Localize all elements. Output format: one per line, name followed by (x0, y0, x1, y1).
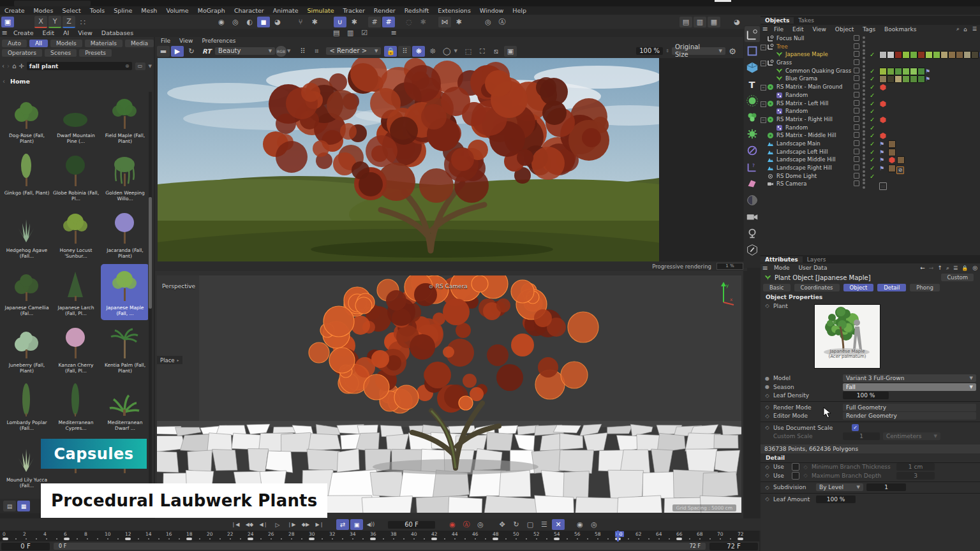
focus-region-icon[interactable]: ⬚ (462, 46, 475, 57)
object-label[interactable]: RS Dome Light (776, 172, 817, 180)
grid-icon[interactable]: # (368, 17, 381, 27)
menu-modes[interactable]: Modes (29, 7, 58, 14)
solo-single-icon[interactable]: ◎ (588, 519, 600, 530)
editor-mode-dropdown[interactable]: Render Geometry (843, 412, 976, 420)
object-label[interactable]: RS Matrix - Right Hill (776, 115, 833, 124)
menu-volume[interactable]: Volume (161, 7, 193, 14)
object-label[interactable]: Random (785, 124, 808, 132)
expander-icon[interactable]: − (761, 45, 766, 50)
asset-tab-models[interactable]: Models (50, 40, 82, 47)
rgb-options-icon[interactable]: ▼ (287, 48, 290, 54)
tiles-icon[interactable]: ⠿ (398, 46, 411, 57)
object-row[interactable]: Japanese Maple✓⚑ (761, 50, 980, 59)
range-start-field[interactable]: 0 F (1, 543, 50, 550)
expander-icon[interactable]: − (761, 61, 766, 66)
rgb-channel-icon[interactable]: RGB (276, 46, 286, 57)
spline-pen-icon[interactable] (745, 142, 760, 158)
material-swatch[interactable] (971, 51, 979, 59)
asset-item[interactable]: Jacaranda (Fall, Plant) (101, 207, 148, 263)
om-menu-file[interactable]: File (769, 26, 788, 33)
polygon-pen-icon[interactable] (745, 175, 760, 191)
layer-square[interactable] (854, 140, 859, 146)
asset-item-selected[interactable]: Japanese Maple (Fall, ... (101, 264, 148, 320)
object-row[interactable]: RS Dome Light✓ (761, 172, 980, 180)
section-tab-basic[interactable]: Basic (763, 284, 791, 291)
browser-menu-edit[interactable]: Edit (38, 29, 59, 36)
record-pla-icon[interactable]: ✕ (552, 519, 565, 530)
layer-square[interactable] (854, 35, 859, 41)
hierarchy-settings-icon[interactable]: ✱ (308, 17, 321, 27)
menu-select[interactable]: Select (57, 7, 85, 14)
object-row[interactable]: Blue Grama✓⚑ (761, 75, 980, 83)
object-label[interactable]: Tree (776, 43, 788, 51)
place-tool-chip[interactable]: Place▸ (157, 356, 182, 364)
menu-tools[interactable]: Tools (85, 7, 109, 14)
menu-window[interactable]: Window (475, 7, 508, 14)
om-menu-view[interactable]: View (808, 26, 831, 33)
am-menu-icon[interactable]: ≡ (761, 263, 769, 274)
tab-objects[interactable]: Objects (761, 17, 794, 24)
object-row[interactable]: Landscape Main✓⚑ (761, 140, 980, 148)
menu-extensions[interactable]: Extensions (433, 7, 475, 14)
asset-item[interactable]: Field Maple (Fall, Plant) (101, 92, 148, 148)
min-branch-use-checkbox[interactable] (792, 463, 799, 471)
camera-tool-icon[interactable] (745, 209, 760, 224)
section-tab-object[interactable]: Object (843, 284, 874, 291)
material-swatch[interactable] (917, 68, 925, 75)
menu-redshift[interactable]: Redshift (400, 7, 434, 14)
render-dropdown[interactable]: < Render >▼ (326, 47, 381, 55)
asset-item[interactable]: Ginkgo (Fall, Plant) (3, 149, 51, 205)
spline-rectangle-icon[interactable] (745, 43, 760, 59)
material-swatch[interactable] (902, 68, 910, 75)
asset-item[interactable]: Hedgehog Agave (Fall... (3, 207, 51, 263)
material-swatch[interactable] (910, 68, 917, 75)
viewport-canvas[interactable]: Perspective ⊙ RS Camera x y Place▸ Grid … (157, 276, 741, 518)
section-tab-coordinates[interactable]: Coordinates (794, 284, 840, 291)
texture-mode-icon[interactable]: ◐ (243, 17, 256, 27)
breadcrumb[interactable]: Home (10, 78, 30, 85)
asset-item[interactable]: Kanzan Cherry (Fall, Pl... (52, 321, 100, 378)
object-label[interactable]: Grass (776, 59, 792, 67)
object-row[interactable]: −RS Matrix - Right Hill✓ (761, 115, 980, 124)
layer-square[interactable] (854, 124, 859, 130)
material-swatch[interactable] (963, 51, 971, 59)
render-settings-icon[interactable]: ▦ (708, 17, 720, 27)
mode-menu[interactable]: Mode (769, 265, 794, 271)
texture-tag[interactable] (888, 165, 896, 172)
redhex-tag[interactable] (879, 100, 887, 108)
material-swatch[interactable] (895, 68, 902, 75)
am-up-icon[interactable]: ↑ (937, 265, 942, 271)
symmetry-icon[interactable]: ⋈ (438, 17, 451, 27)
back-arrow-icon[interactable]: ‹ (2, 62, 4, 70)
layer-square[interactable] (854, 173, 859, 179)
asset-tab-presets[interactable]: Presets (79, 49, 112, 57)
menu-simulate[interactable]: Simulate (303, 7, 339, 14)
tab-layers[interactable]: Layers (803, 256, 831, 263)
redhex-tag[interactable] (888, 156, 896, 164)
axis-y-button[interactable]: Y (48, 16, 61, 28)
asset-tab-materials[interactable]: Materials (85, 40, 122, 47)
min-branch-field[interactable]: 1 cm (896, 463, 935, 471)
asset-item[interactable]: Japanese Larch (Fall, Pl... (52, 264, 100, 320)
subdivision-mode-dropdown[interactable]: By Level▼ (816, 483, 863, 491)
om-menu-edit[interactable]: Edit (788, 26, 808, 33)
quantize-grid-icon[interactable]: # (382, 17, 395, 27)
material-swatch[interactable] (956, 51, 963, 59)
material-swatch[interactable] (895, 51, 902, 59)
view-list-icon[interactable]: ▤ (3, 501, 16, 511)
hierarchy-tool-icon[interactable]: ⑂ (294, 17, 307, 27)
home-icon[interactable]: ⌂ (12, 62, 16, 70)
layer-square[interactable] (854, 59, 859, 65)
material-swatch[interactable] (902, 51, 910, 59)
asset-tab-scenes[interactable]: Scenes (45, 49, 77, 57)
menu-animate[interactable]: Animate (269, 7, 303, 14)
material-swatch[interactable] (879, 68, 887, 75)
object-mode-icon[interactable]: ◼ (257, 17, 270, 27)
object-row[interactable]: −RS Matrix - Left Hill✓ (761, 99, 980, 108)
model-dropdown[interactable]: Variant 3 Full-Grown▼ (843, 374, 976, 382)
symmetry-settings-icon[interactable]: ✱ (452, 17, 465, 27)
material-swatch[interactable] (933, 51, 940, 59)
goto-end-icon[interactable]: ▶❘ (313, 519, 326, 530)
object-row[interactable]: Landscape Left Hill✓⚑ (761, 148, 980, 156)
light-tool-icon[interactable] (745, 225, 760, 241)
